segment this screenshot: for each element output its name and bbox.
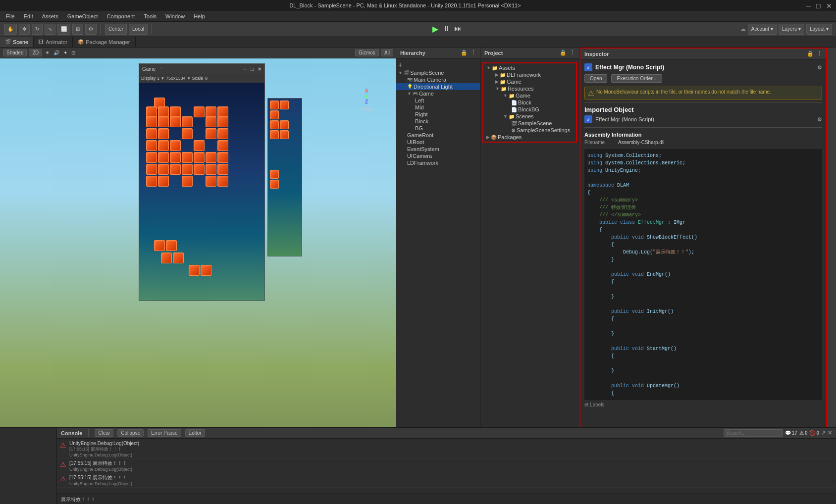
tree-item-game[interactable]: ▼ 🎮 Game xyxy=(396,90,480,97)
tree-item-bg[interactable]: BG xyxy=(396,125,480,132)
file-icon-block: 📄 xyxy=(511,100,517,105)
top-right-controls: ☁ Account ▾ Layers ▾ Layout ▾ xyxy=(740,24,832,35)
effects-btn[interactable]: ✦ xyxy=(63,50,67,55)
tree-item-dirlight[interactable]: 💡 Directional Light xyxy=(396,83,480,90)
close-button[interactable]: ✕ xyxy=(826,2,832,8)
code-line-23: } xyxy=(587,367,819,375)
project-menu-btn[interactable]: ⋮ xyxy=(570,50,575,56)
audio-btn[interactable]: 🔊 xyxy=(53,50,59,55)
rect-tool-btn[interactable]: ⬜ xyxy=(57,24,70,35)
project-item-assets[interactable]: ▼ 📁 Assets xyxy=(484,64,575,71)
console-errorpause-btn[interactable]: Error Pause xyxy=(148,429,181,437)
hand-tool-btn[interactable]: ✋ xyxy=(4,24,17,35)
project-item-blockbg[interactable]: 📄 BlockBG xyxy=(484,106,575,113)
game-close-btn[interactable]: ✕ xyxy=(258,66,261,72)
console-close-btn[interactable]: ✕ xyxy=(828,430,832,436)
console-row-2[interactable]: ⚠ [17:55:15] 展示特效！！！ UnityEngine.Debug:L… xyxy=(57,459,836,473)
step-button[interactable]: ⏭ xyxy=(454,24,462,34)
console-row-3[interactable]: ⚠ [17:55:15] 展示特效！！！ UnityEngine.Debug:L… xyxy=(57,473,836,488)
custom-tool-btn[interactable]: ⚙ xyxy=(85,24,97,35)
inspector-menu-btn[interactable]: ⋮ xyxy=(817,50,822,57)
tab-animator[interactable]: 🎞 Animator xyxy=(34,37,73,47)
2d-btn[interactable]: 2D xyxy=(29,49,42,56)
local-btn[interactable]: Local xyxy=(129,24,148,35)
project-item-resources[interactable]: ▼ 📁 Resources xyxy=(484,85,575,92)
tab-package-manager[interactable]: 📦 Package Manager xyxy=(73,37,135,47)
project-item-game[interactable]: ▶ 📁 Game xyxy=(484,78,575,85)
console-search-input[interactable] xyxy=(724,429,783,437)
tree-item-left[interactable]: Left xyxy=(396,97,480,104)
layers-btn[interactable]: Layers ▾ xyxy=(779,24,804,35)
menu-assets[interactable]: Assets xyxy=(38,12,62,20)
project-item-block[interactable]: 📄 Block xyxy=(484,99,575,106)
overlay-btn[interactable]: ⊡ xyxy=(71,50,75,55)
project-item-samplescene-settings[interactable]: ⚙ SampleSceneSettings xyxy=(484,127,575,134)
gizmos-btn[interactable]: Gizmos xyxy=(355,49,379,56)
imported-gear-btn[interactable]: ⚙ xyxy=(817,116,822,123)
console-bottom-text: 展示特效！！！ xyxy=(61,496,96,503)
tree-item-uiroot[interactable]: UIRoot xyxy=(396,139,480,146)
game-menu-dots[interactable]: ⋮ xyxy=(159,66,164,71)
project-item-packages[interactable]: ▶ 📦 Packages xyxy=(484,134,575,141)
lighting-btn[interactable]: ☀ xyxy=(45,50,50,55)
3d-gizmo[interactable]: X Y Z Persp xyxy=(352,88,381,128)
tree-item-samplescene[interactable]: ▼ 🎬 SampleScene xyxy=(396,69,480,76)
console-clear-btn[interactable]: Clear xyxy=(95,429,113,437)
project-item-samplescene[interactable]: 🎬 SampleScene xyxy=(484,120,575,127)
folder-icon-game2: 📁 xyxy=(509,93,515,99)
inspector-lock-btn[interactable]: 🔒 xyxy=(807,50,814,57)
console-collapse-btn[interactable]: Collapse xyxy=(117,429,144,437)
account-btn[interactable]: Account ▾ xyxy=(748,24,777,35)
minimize-button[interactable]: ─ xyxy=(806,2,812,8)
move-tool-btn[interactable]: ✥ xyxy=(19,24,30,35)
menu-gameobject[interactable]: GameObject xyxy=(63,12,102,20)
code-line-20: } xyxy=(587,330,819,338)
center-btn[interactable]: Center xyxy=(105,24,127,35)
game-minimize-btn[interactable]: ─ xyxy=(243,66,247,72)
all-btn[interactable]: All xyxy=(381,49,393,56)
menu-help[interactable]: Help xyxy=(190,12,209,20)
project-item-game2[interactable]: ▼ 📁 Game xyxy=(484,92,575,99)
menu-tools[interactable]: Tools xyxy=(140,12,160,20)
console-editor-btn[interactable]: Editor xyxy=(185,429,205,437)
tab-scene[interactable]: 🎬 Scene xyxy=(0,37,34,47)
code-section: using System.Collections; using System.C… xyxy=(584,149,822,400)
game-maximize-btn[interactable]: □ xyxy=(251,66,254,72)
layers-label: Layers xyxy=(782,26,797,32)
tree-item-ldframwork[interactable]: LDFramwork xyxy=(396,159,480,166)
layout-btn[interactable]: Layout ▾ xyxy=(806,24,832,35)
rotate-tool-btn[interactable]: ↻ xyxy=(32,24,43,35)
tree-item-uicamera[interactable]: UICamera xyxy=(396,152,480,159)
tree-item-right[interactable]: Right xyxy=(396,111,480,118)
menu-window[interactable]: Window xyxy=(161,12,189,20)
assembly-filename-row: Filename Assembly-CSharp.dll xyxy=(584,140,822,145)
tree-item-mid[interactable]: Mid xyxy=(396,104,480,111)
hierarchy-menu-btn[interactable]: ⋮ xyxy=(470,50,476,56)
hierarchy-add-btn[interactable]: + xyxy=(396,60,480,69)
component-gear-btn[interactable]: ⚙ xyxy=(817,64,822,71)
hierarchy-header-controls: 🔒 ⋮ xyxy=(461,50,476,56)
tree-item-block[interactable]: Block xyxy=(396,118,480,125)
menu-file[interactable]: File xyxy=(2,12,19,20)
console-resize-btn[interactable]: ↗ xyxy=(821,430,826,436)
menu-component[interactable]: Component xyxy=(103,12,139,20)
play-button[interactable]: ▶ xyxy=(432,24,438,34)
execution-order-btn[interactable]: Execution Order... xyxy=(611,74,662,83)
scale-tool-btn[interactable]: ⤡ xyxy=(45,24,55,35)
open-btn[interactable]: Open xyxy=(584,74,607,83)
project-item-dlframework[interactable]: ▶ 📁 DLFramework xyxy=(484,71,575,78)
project-item-scenes[interactable]: ▼ 📁 Scenes xyxy=(484,113,575,120)
maximize-button[interactable]: □ xyxy=(816,2,822,8)
pause-button[interactable]: ⏸ xyxy=(442,24,450,34)
imported-object-title: Imported Object xyxy=(584,106,822,113)
project-lock-btn[interactable]: 🔒 xyxy=(560,50,567,56)
shaded-btn[interactable]: Shaded xyxy=(3,49,27,56)
menu-edit[interactable]: Edit xyxy=(20,12,37,20)
hierarchy-lock-btn[interactable]: 🔒 xyxy=(461,50,468,56)
tree-item-gameroot[interactable]: GameRoot xyxy=(396,132,480,139)
tree-item-eventsystem[interactable]: EventSystem xyxy=(396,146,480,152)
console-row-1[interactable]: ⚠ UnityEngine.Debug:Log(Object) [17:55:1… xyxy=(57,440,836,459)
multi-tool-btn[interactable]: ⊞ xyxy=(72,24,83,35)
tree-item-maincamera[interactable]: 📷 Main Camera xyxy=(396,76,480,83)
console-panel: Console Clear Collapse Error Pause Edito… xyxy=(57,427,836,504)
